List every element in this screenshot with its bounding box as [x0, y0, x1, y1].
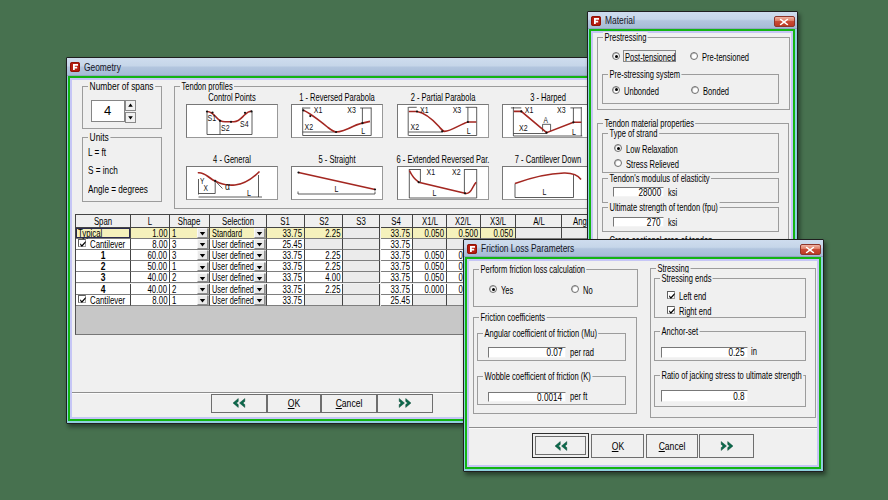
- svg-text:X1: X1: [420, 105, 429, 115]
- svg-text:X1: X1: [314, 105, 323, 115]
- svg-text:X3: X3: [452, 105, 461, 115]
- svg-text:L: L: [543, 187, 547, 197]
- svg-text:S2: S2: [221, 124, 230, 134]
- svg-text:L: L: [466, 127, 470, 137]
- svg-text:L: L: [361, 127, 365, 137]
- svg-text:X2: X2: [410, 122, 419, 132]
- svg-text:X2: X2: [305, 122, 314, 132]
- svg-text:S4: S4: [240, 119, 249, 129]
- svg-text:L: L: [572, 127, 576, 137]
- svg-text:X3: X3: [557, 105, 566, 115]
- svg-text:L: L: [335, 184, 339, 194]
- svg-text:α: α: [225, 180, 230, 192]
- svg-text:L: L: [432, 188, 436, 198]
- svg-text:X2: X2: [519, 123, 528, 133]
- svg-text:X2: X2: [452, 167, 461, 177]
- svg-text:S1: S1: [207, 114, 216, 124]
- svg-text:X: X: [203, 183, 207, 193]
- svg-text:X3: X3: [347, 105, 356, 115]
- svg-text:X1: X1: [525, 105, 534, 115]
- svg-text:A: A: [544, 115, 549, 125]
- svg-text:L: L: [247, 188, 251, 198]
- svg-text:X1: X1: [426, 167, 435, 177]
